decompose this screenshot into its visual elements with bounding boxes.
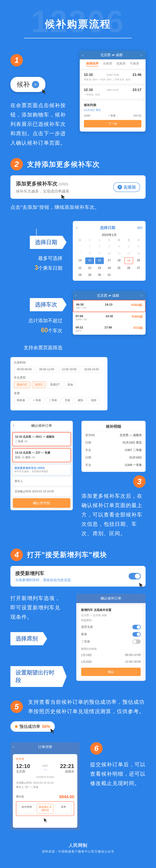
train-label: 选择车次: [30, 298, 63, 311]
plus-icon: +: [118, 185, 122, 189]
trip-date: 2024年01月19日: [16, 776, 74, 779]
order-screenshot: ‹订单详情 待兑现 12:10北京西 G307→ 22:21成都东 2024年0…: [10, 742, 80, 830]
close-icon: ✕: [76, 226, 78, 229]
order-actions: 候补明细 修改截止兑现时间 退单: [16, 801, 74, 816]
cond-route: 北京西 — 北京南 成都: [81, 614, 141, 617]
select-train-block: 选择车次 总计添加不超过 60个车次 支持余票页面筛选 ‹ 北京西 ⇌ 成都 ⋯: [0, 286, 156, 415]
cursor-icon: [48, 728, 56, 736]
dep-time: 12:10: [84, 73, 93, 77]
sec-label: 期望出行时段: [81, 647, 141, 651]
action-btn: 退单: [55, 804, 72, 813]
tg-title: 接受新增列车: [15, 570, 71, 577]
filter-label: 坐席: [14, 391, 104, 395]
action-btn: 候补明细: [18, 804, 35, 813]
step-4-title: 打开"接受新增列车"模块: [27, 550, 107, 559]
cursor-icon: [59, 194, 67, 202]
panel-date: 01月19日 周五: [84, 108, 142, 112]
waitlist-bubble: 候补 +: [10, 77, 45, 92]
tg-sub: 当有新增列车时，系统自动为您兑现: [15, 578, 71, 582]
next-button: 下一步: [84, 120, 142, 127]
filter-panel: 出发时间 00:00-06:00 06:00-12:00 12:00-18:00…: [10, 357, 108, 410]
tab: 全推荐: [103, 61, 112, 66]
btn-text: 去添加: [123, 184, 136, 190]
back-icon: ‹: [75, 293, 76, 298]
row-price: 1927元: [133, 114, 142, 117]
arr-time: 21:46: [132, 73, 142, 77]
switch-icon: [132, 639, 141, 644]
waitlist-bubble-text: 候补: [16, 80, 30, 89]
step-6-badge: 6: [90, 742, 103, 755]
filter-opt: 普通Z/T: [47, 381, 63, 388]
cf-title: 确认候补订单: [31, 424, 52, 427]
train-card: 12:10 G89 11:07 23:17 一等商务: 有票: [81, 85, 144, 99]
add-more-card: 添加更多候补车次 (3/60) 候补车次越多，兑现成功率越高 + 去添加: [10, 175, 146, 199]
action-btn: 修改截止兑现时间: [37, 804, 53, 813]
waitlist-panel: 候补列表 01月19日 周五 G349 一等座 1927元 下一步: [81, 100, 144, 130]
step-2: 2 支持添加更多候补车次 添加更多候补车次 (3/60) 候补车次越多，兑现成功…: [0, 153, 156, 216]
menu-icon: ⋯: [140, 53, 143, 57]
filter-opt: 一等座: [30, 397, 44, 404]
footer-source: 资料来源：中国铁路客户服务中心官方微信公众号: [0, 849, 156, 854]
step-2-title: 支持添加更多候补车次: [27, 159, 100, 169]
step-3-desc: 添加更多候补车次后，在确认候补订单页面的最上方，可以查看全部候补车次信息，包括日…: [81, 491, 146, 538]
selected-row: 13:14 北京西 — Z37 — 安康 软卧 ×1 硬卧 ×1: [12, 448, 71, 462]
add-sub: 候补车次越多，兑现成功率越高: [16, 189, 69, 194]
toggle-switch: [129, 573, 141, 580]
seat-info: 商务座: 候补 一等座: 候补 二等座无座: 候补: [84, 78, 142, 81]
filter-opt: 二等座: [46, 397, 60, 404]
add-title: 添加更多候补车次: [16, 181, 57, 186]
confirm-screenshot: ‹确认候补订单 12:10 北京西 — 2011 — 成都东 二等座 ×1 13…: [10, 421, 73, 510]
tab: 推荐排序: [86, 61, 99, 66]
to-station: 成都东: [60, 769, 74, 774]
condition-screenshot: 确认候补订单 新增列车 兑现条件设置 北京西 — 北京南 成都 所选席别 接受无…: [76, 593, 146, 681]
cond-title: 确认候补订单: [101, 596, 121, 600]
train-text: 总计添加不超过 60个车次 支持余票页面筛选: [10, 316, 63, 352]
confirm-button: 确认: [81, 668, 141, 676]
filter-opt: 硬卧: [75, 397, 86, 404]
from-station: 北京西: [16, 769, 30, 774]
ord-title: 订单详情: [38, 745, 52, 749]
badge-label: 预估成功率: [20, 724, 40, 729]
go-add-button: + 去添加: [113, 182, 140, 192]
cal-grid: 日一二三四五六 123456 78910111213 1415161718192…: [76, 238, 143, 278]
arrow-icon: →: [42, 767, 48, 772]
plus-icon: +: [32, 81, 39, 88]
cf-sec: 兑现截止时间 2023-01-19 10:00: [12, 487, 71, 496]
step-2-note: 点击"去添加"按钮，继续添加候补车次。: [10, 204, 146, 211]
step-5-badge: 5: [10, 701, 23, 713]
pay-label: 预付款: [16, 795, 24, 799]
step-1-badge: 1: [10, 54, 23, 66]
row-seat: 一等座: [108, 114, 116, 117]
cursor-icon: [40, 89, 47, 96]
filter-opt: 动车D: [32, 381, 45, 388]
add-more-link: 添加更多候补车次 (4/60) 候补车次越多，兑现成功率越高: [12, 464, 71, 475]
pay-amount: ¥844.00: [59, 795, 74, 799]
order-info: 兑现截止时间: 2023-01-19 10:10 乘车人: 张** 二等座: [16, 780, 74, 789]
filter-label: 出发时间: [14, 361, 104, 365]
switch-icon: [132, 632, 141, 637]
bg-number: 12306: [31, 3, 125, 39]
filter-opt: 00:00-06:00: [14, 366, 35, 373]
add-count: (3/60): [58, 182, 68, 186]
step-1-desc: 在余票页面点击候补按钮，添加购物车，候补列表展示已选候补车次和席别。点击下一步进…: [10, 101, 66, 148]
back-icon: ‹: [82, 53, 83, 57]
calendar: ✕ 选择日期 确定 2024年1月 日一二三四五六 123456 7891011…: [73, 221, 146, 281]
detail-card: 候补明细 发/到站北京西 — 成都东 日期01月19日 周五 车次G307 二等…: [81, 421, 146, 472]
phone-header: ‹ 北京西 ⇌ 成都 ⋯: [80, 51, 146, 59]
cal-ok: 确定: [137, 226, 143, 230]
sort-tabs: 推荐排序 全推荐 优推荐 可推荐: [80, 59, 146, 69]
time-label: 设置期望出行时段: [10, 666, 63, 687]
step-3: ‹确认候补订单 12:10 北京西 — 2011 — 成都东 二等座 ×1 13…: [0, 415, 156, 544]
step-1: 1 候补 + 在余票页面点击候补按钮，添加购物车，候补列表展示已选候补车次和席别…: [0, 45, 156, 153]
select-date-block: 选择日期 最多可选择 3个乘车日期 ✕ 选择日期 确定 2024年1月 日一二三…: [0, 216, 156, 286]
cursor-icon: [42, 817, 48, 825]
footer: 人民网制 资料来源：中国铁路客户服务中心官方微信公众号: [0, 835, 156, 859]
order-status: 待兑现: [16, 757, 74, 761]
cursor-icon: [137, 582, 145, 590]
route: 北京西 ⇌ 成都: [97, 293, 119, 298]
cal-title: 选择日期: [100, 224, 115, 232]
dot-icon: [15, 725, 18, 728]
date-text: 最多可选择 3个乘车日期: [10, 254, 63, 273]
step-4: 4 打开"接受新增列车"模块 接受新增列车 当有新增列车时，系统自动为您兑现 打…: [0, 544, 156, 692]
dep-time: 12:10: [16, 763, 30, 769]
